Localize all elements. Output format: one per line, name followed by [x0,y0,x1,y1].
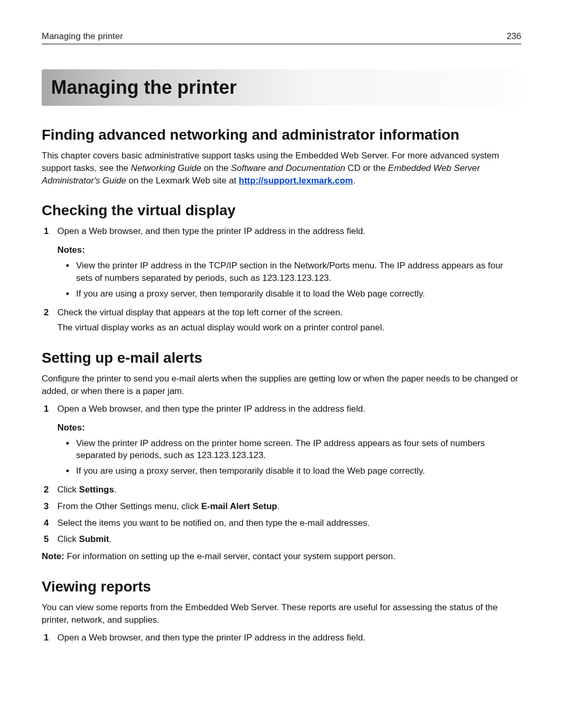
email-step-2-post: . [114,485,117,495]
reports-step-1: 1 Open a Web browser, and then type the … [42,632,521,644]
page-header: Managing the printer 236 [42,31,521,44]
step-number: 2 [44,306,48,319]
reports-steps: 1 Open a Web browser, and then type the … [42,632,521,644]
virtual-steps-2: 2 Check the virtual display that appears… [42,306,521,335]
heading-finding: Finding advanced networking and administ… [42,127,521,143]
email-step-2-bold: Settings [79,485,114,495]
virtual-notes-list: View the printer IP address in the TCP/I… [42,260,521,300]
virtual-steps: 1 Open a Web browser, and then type the … [42,225,521,238]
virtual-step-1-text: Open a Web browser, and then type the pr… [57,226,365,236]
virtual-note-2: If you are using a proxy server, then te… [75,288,521,300]
email-step-3-post: . [277,501,280,511]
step-number: 1 [44,225,48,238]
step-number: 4 [44,517,48,529]
step-number: 3 [44,500,48,513]
email-intro: Configure the printer to send you e‑mail… [42,373,521,398]
reports-step-1-text: Open a Web browser, and then type the pr… [57,633,365,643]
header-left: Managing the printer [42,31,123,42]
virtual-note-1: View the printer IP address in the TCP/I… [75,260,521,285]
email-step-2-pre: Click [57,485,79,495]
step-number: 5 [44,533,48,546]
email-step-4: 4 Select the items you want to be notifi… [42,517,521,529]
email-note: Note: For information on setting up the … [42,551,521,563]
finding-intro-italic-2: Software and Documentation [231,163,345,173]
virtual-step-2: 2 Check the virtual display that appears… [42,306,521,335]
support-link[interactable]: http://support.lexmark.com [239,176,353,186]
step-number: 1 [44,632,48,644]
email-note-1: View the printer IP address on the print… [75,437,521,462]
email-step-4-text: Select the items you want to be notified… [57,518,370,528]
page-title: Managing the printer [42,69,521,106]
email-step-3-bold: E‑mail Alert Setup [201,501,277,511]
heading-viewing-reports: Viewing reports [42,578,521,595]
finding-intro: This chapter covers basic administrative… [42,150,521,187]
finding-intro-text-3: CD or the [345,163,388,173]
virtual-notes-label: Notes: [57,245,521,255]
email-step-1: 1 Open a Web browser, and then type the … [42,403,521,415]
email-steps-2: 2 Click Settings. 3 From the Other Setti… [42,484,521,546]
reports-intro: You can view some reports from the Embed… [42,601,521,626]
step-number: 2 [44,484,48,496]
email-step-5-pre: Click [57,534,79,544]
virtual-step-2-sub: The virtual display works as an actual d… [57,322,521,334]
page: Managing the printer 236 Managing the pr… [0,0,563,728]
email-notes-label: Notes: [57,423,521,433]
email-step-5-bold: Submit [79,534,109,544]
finding-intro-italic-1: Networking Guide [131,163,201,173]
step-number: 1 [44,403,48,415]
finding-intro-text-5: . [353,176,356,186]
email-note-2: If you are using a proxy server, then te… [75,465,521,477]
email-step-2: 2 Click Settings. [42,484,521,496]
email-step-3-pre: From the Other Settings menu, click [57,501,201,511]
email-notes-list: View the printer IP address on the print… [42,437,521,477]
email-step-5-post: . [109,534,112,544]
email-steps-1: 1 Open a Web browser, and then type the … [42,403,521,415]
email-step-1-text: Open a Web browser, and then type the pr… [57,404,365,414]
email-step-3: 3 From the Other Settings menu, click E‑… [42,500,521,513]
finding-intro-text-4: on the Lexmark Web site at [126,176,239,186]
finding-intro-text-2: on the [201,163,231,173]
heading-email-alerts: Setting up e‑mail alerts [42,350,521,366]
heading-virtual-display: Checking the virtual display [42,202,521,219]
header-page-number: 236 [507,31,521,42]
email-step-5: 5 Click Submit. [42,533,521,546]
email-note-body: For information on setting up the e‑mail… [64,551,395,561]
virtual-step-1: 1 Open a Web browser, and then type the … [42,225,521,238]
email-note-label: Note: [42,551,64,561]
virtual-step-2-text: Check the virtual display that appears a… [57,307,342,317]
